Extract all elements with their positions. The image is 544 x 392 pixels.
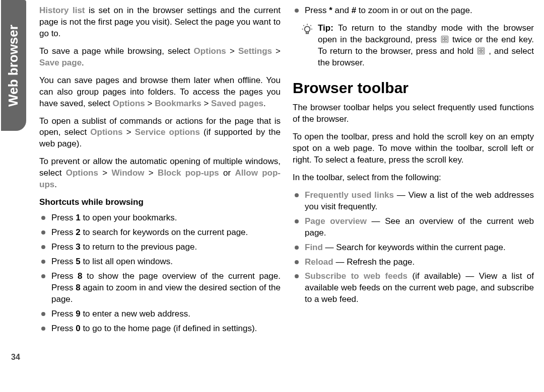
svg-rect-13 (482, 48, 484, 50)
menu-options: Options (90, 127, 122, 137)
svg-rect-7 (442, 37, 444, 39)
svg-rect-12 (479, 48, 481, 50)
list-item: Press 1 to open your bookmarks. (39, 212, 281, 224)
zoom-list: Press * and # to zoom in or out on the p… (293, 5, 534, 17)
menu-key-icon (477, 46, 486, 55)
page-content: History list is set on in the browser se… (30, 0, 544, 392)
paragraph-toolbar-select: In the toolbar, select from the followin… (293, 172, 534, 184)
key-star: * (329, 6, 332, 15)
key-2: 2 (76, 227, 80, 237)
svg-rect-8 (445, 37, 447, 39)
section-tab: Web browser 34 (0, 0, 30, 392)
key-3: 3 (76, 242, 80, 252)
menu-window: Window (112, 168, 145, 178)
lightbulb-icon (301, 24, 314, 37)
list-item: Press 3 to return to the previous page. (39, 242, 281, 253)
key-5: 5 (76, 257, 80, 266)
term-page-overview: Page overview (305, 216, 367, 226)
menu-saved-pages: Saved pages (211, 99, 263, 108)
svg-rect-15 (482, 51, 484, 53)
manual-page: Web browser 34 History list is set on in… (0, 0, 544, 392)
paragraph-service-options: To open a sublist of commands or actions… (39, 116, 281, 150)
paragraph-toolbar-open: To open the toolbar, press and hold the … (293, 131, 534, 166)
tip-label: Tip: (318, 23, 338, 33)
term-history-list: History list (39, 6, 85, 15)
section-tab-text: Web browser (6, 25, 21, 107)
key-9: 9 (76, 309, 80, 319)
menu-options: Options (113, 99, 145, 108)
svg-line-5 (311, 25, 311, 26)
paragraph-saved-pages: You can save pages and browse them later… (39, 75, 281, 110)
term-frequently-used-links: Frequently used links (305, 190, 394, 200)
term-reload: Reload (305, 257, 333, 267)
list-item: Find — Search for keywords within the cu… (293, 242, 534, 254)
page-number: 34 (11, 353, 20, 362)
list-item: Press 2 to search for keywords on the cu… (39, 227, 281, 239)
menu-options: Options (194, 46, 226, 56)
heading-shortcuts: Shortcuts while browsing (39, 197, 281, 208)
paragraph-toolbar-intro: The browser toolbar helps you select fre… (293, 102, 534, 125)
menu-settings: Settings (238, 46, 272, 56)
list-item: Reload — Refresh the page. (293, 257, 534, 268)
paragraph-history-list: History list is set on in the browser se… (39, 5, 281, 40)
svg-rect-14 (479, 51, 481, 53)
menu-key-icon (440, 35, 449, 44)
key-1: 1 (76, 213, 80, 222)
svg-line-4 (303, 25, 304, 26)
key-hash: # (352, 6, 356, 15)
menu-options: Options (66, 168, 98, 178)
left-column: History list is set on in the browser se… (39, 5, 281, 387)
paragraph-popups: To prevent or allow the automatic openin… (39, 156, 281, 191)
right-column: Press * and # to zoom in or out on the p… (293, 5, 534, 387)
list-item: Press 5 to list all open windows. (39, 256, 281, 268)
tip-block: Tip: To return to the standby mode with … (301, 23, 534, 69)
key-0: 0 (76, 324, 80, 333)
menu-bookmarks: Bookmarks (155, 99, 201, 108)
tip-text: Tip: To return to the standby mode with … (318, 23, 534, 69)
paragraph-save-page: To save a page while browsing, select Op… (39, 46, 281, 69)
svg-rect-9 (442, 40, 444, 42)
key-8: 8 (78, 271, 82, 281)
list-item: Page overview — See an overview of the c… (293, 216, 534, 239)
list-item: Frequently used links — View a list of t… (293, 190, 534, 213)
menu-block-popups: Block pop-ups (158, 168, 219, 178)
list-item: Press 0 to go to the home page (if defin… (39, 323, 281, 335)
list-item: Press * and # to zoom in or out on the p… (293, 5, 534, 17)
list-item: Press 9 to enter a new web address. (39, 308, 281, 320)
toolbar-list: Frequently used links — View a list of t… (293, 190, 534, 305)
svg-point-0 (305, 26, 310, 32)
heading-browser-toolbar: Browser toolbar (293, 78, 534, 99)
list-item: Press 8 to show the page overview of the… (39, 271, 281, 305)
svg-rect-10 (445, 40, 447, 42)
term-subscribe-web-feeds: Subscribe to web feeds (305, 271, 407, 281)
list-item: Subscribe to web feeds (if available) — … (293, 271, 534, 305)
shortcuts-list: Press 1 to open your bookmarks. Press 2 … (39, 212, 281, 334)
menu-save-page: Save page (39, 58, 82, 67)
menu-service-options: Service options (135, 127, 200, 137)
section-tab-label: Web browser (0, 0, 26, 131)
key-8: 8 (76, 283, 80, 292)
term-find: Find (305, 243, 323, 252)
